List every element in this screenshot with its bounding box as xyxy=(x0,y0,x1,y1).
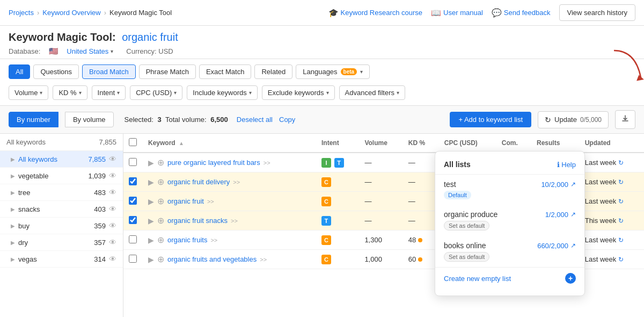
th-com[interactable]: Com. xyxy=(496,134,531,153)
by-number-button[interactable]: By number xyxy=(9,112,58,127)
volume-dropdown[interactable]: Volume ▾ xyxy=(9,85,48,100)
db-value[interactable]: United States ▾ xyxy=(67,47,113,55)
by-volume-button[interactable]: By volume xyxy=(65,112,114,127)
advanced-filters-dropdown[interactable]: Advanced filters ▾ xyxy=(339,85,406,100)
kd-dropdown[interactable]: KD % ▾ xyxy=(53,85,87,100)
th-kd[interactable]: KD % xyxy=(403,134,439,153)
refresh-icon-row[interactable]: ↻ xyxy=(618,217,624,225)
th-intent[interactable]: Intent xyxy=(316,134,359,153)
double-arrow-icon[interactable]: >> xyxy=(210,237,217,243)
eye-icon-vegetable[interactable]: 👁 xyxy=(109,171,116,180)
add-keyword-icon[interactable]: ⊕ xyxy=(157,254,164,264)
keyword-link[interactable]: organic fruits xyxy=(167,236,207,244)
th-volume[interactable]: Volume xyxy=(359,134,402,153)
add-to-keyword-list-button[interactable]: + Add to keyword list xyxy=(450,112,531,127)
refresh-icon-row[interactable]: ↻ xyxy=(618,178,624,186)
add-keyword-icon[interactable]: ⊕ xyxy=(157,196,164,206)
row-checkbox[interactable] xyxy=(129,197,137,205)
sidebar-item-buy[interactable]: ▶ buy 359 👁 xyxy=(0,218,123,234)
expand-icon[interactable]: ▶ xyxy=(148,158,154,167)
keyword-link[interactable]: organic fruit delivery xyxy=(167,178,230,186)
copy-button[interactable]: Copy xyxy=(279,116,295,124)
update-button[interactable]: ↻ Update 0/5,000 xyxy=(538,111,609,128)
eye-icon[interactable]: 👁 xyxy=(109,155,116,163)
expand-icon[interactable]: ▶ xyxy=(148,236,154,244)
tab-related[interactable]: Related xyxy=(254,64,292,79)
expand-icon[interactable]: ▶ xyxy=(148,255,154,264)
tab-all[interactable]: All xyxy=(9,64,30,79)
double-arrow-icon[interactable]: >> xyxy=(260,256,267,263)
row-checkbox[interactable] xyxy=(129,216,137,224)
double-arrow-icon[interactable]: >> xyxy=(207,198,214,205)
double-arrow-icon[interactable]: >> xyxy=(264,160,270,166)
external-link-icon: ↗ xyxy=(570,242,576,249)
breadcrumb-keyword-overview[interactable]: Keyword Overview xyxy=(42,9,100,17)
export-button[interactable] xyxy=(615,110,635,129)
sidebar-item-dry[interactable]: ▶ dry 357 👁 xyxy=(0,234,123,251)
expand-icon[interactable]: ▶ xyxy=(148,178,154,186)
sidebar-item-vegas[interactable]: ▶ vegas 314 👁 xyxy=(0,251,123,268)
list-item-test[interactable]: test 10/2,000 ↗ Default xyxy=(435,175,584,205)
tab-questions[interactable]: Questions xyxy=(33,64,79,79)
tab-exact-match[interactable]: Exact Match xyxy=(199,64,252,79)
deselect-all-button[interactable]: Deselect all xyxy=(237,116,273,124)
intent-cell: C xyxy=(316,172,359,192)
view-search-history-button[interactable]: View search history xyxy=(559,4,635,21)
row-checkbox[interactable] xyxy=(129,158,137,166)
breadcrumb-projects[interactable]: Projects xyxy=(9,9,34,17)
languages-dropdown[interactable]: Languages beta ▾ xyxy=(296,64,370,79)
refresh-icon-row[interactable]: ↻ xyxy=(618,256,624,263)
user-manual-link[interactable]: 📖 User manual xyxy=(431,8,483,18)
keyword-research-course-link[interactable]: 🎓 Keyword Research course xyxy=(328,8,422,18)
sidebar-item-all[interactable]: ▶ All keywords 7,855 👁 xyxy=(0,151,123,168)
eye-icon-vegas[interactable]: 👁 xyxy=(109,255,116,263)
eye-icon-snacks[interactable]: 👁 xyxy=(109,205,116,213)
sidebar-item-vegetable[interactable]: ▶ vegetable 1,039 👁 xyxy=(0,168,123,184)
th-updated[interactable]: Updated xyxy=(580,134,644,153)
refresh-icon-row[interactable]: ↻ xyxy=(618,198,624,205)
keyword-link[interactable]: pure organic layered fruit bars xyxy=(167,158,260,167)
add-keyword-icon[interactable]: ⊕ xyxy=(157,157,164,168)
double-arrow-icon[interactable]: >> xyxy=(231,218,238,224)
keyword-link[interactable]: organic fruit snacks xyxy=(167,217,228,225)
sidebar-item-tree[interactable]: ▶ tree 483 👁 xyxy=(0,184,123,201)
eye-icon-buy[interactable]: 👁 xyxy=(109,221,116,230)
help-link[interactable]: ℹ Help xyxy=(557,161,576,169)
intent-dropdown[interactable]: Intent ▾ xyxy=(92,85,126,100)
add-keyword-icon[interactable]: ⊕ xyxy=(157,215,164,226)
create-new-list-button[interactable]: Create new empty list + xyxy=(435,267,584,289)
list-badge-organic-produce[interactable]: Set as default xyxy=(444,221,489,230)
keyword-link[interactable]: organic fruits and vegetables xyxy=(167,255,257,263)
action-bar: By number By volume Selected: 3 Total vo… xyxy=(0,106,644,134)
kd-cell: — xyxy=(403,211,439,230)
expand-icon[interactable]: ▶ xyxy=(148,197,154,206)
eye-icon-dry[interactable]: 👁 xyxy=(109,238,116,247)
cpc-dropdown[interactable]: CPC (USD) ▾ xyxy=(130,85,182,100)
th-keyword[interactable]: Keyword ▲ xyxy=(143,134,316,153)
select-all-checkbox[interactable] xyxy=(129,138,137,146)
sidebar-item-snacks[interactable]: ▶ snacks 403 👁 xyxy=(0,201,123,218)
row-checkbox[interactable] xyxy=(129,255,137,263)
tab-phrase-match[interactable]: Phrase Match xyxy=(139,64,196,79)
th-results[interactable]: Results xyxy=(531,134,580,153)
row-checkbox[interactable] xyxy=(129,177,137,185)
list-item-books-online[interactable]: books online 660/2,000 ↗ Set as default xyxy=(435,236,584,267)
keyword-link[interactable]: organic fruit xyxy=(167,197,204,205)
expand-icon[interactable]: ▶ xyxy=(148,217,154,225)
th-cpc[interactable]: CPC (USD) xyxy=(439,134,496,153)
list-item-organic-produce[interactable]: organic produce 1/2,000 ↗ Set as default xyxy=(435,205,584,236)
add-keyword-icon[interactable]: ⊕ xyxy=(157,177,164,187)
tab-broad-match[interactable]: Broad Match xyxy=(82,64,136,79)
exclude-keywords-dropdown[interactable]: Exclude keywords ▾ xyxy=(262,85,335,100)
double-arrow-icon[interactable]: >> xyxy=(233,179,240,185)
send-feedback-link[interactable]: 💬 Send feedback xyxy=(492,8,551,18)
refresh-icon-row[interactable]: ↻ xyxy=(618,159,624,167)
add-keyword-icon[interactable]: ⊕ xyxy=(157,235,164,245)
eye-icon-tree[interactable]: 👁 xyxy=(109,188,116,197)
row-checkbox[interactable] xyxy=(129,235,137,243)
list-badge-books-online[interactable]: Set as default xyxy=(444,252,489,262)
include-keywords-dropdown[interactable]: Include keywords ▾ xyxy=(187,85,257,100)
sidebar-chevron-tree: ▶ xyxy=(11,190,15,196)
row-checkbox-cell xyxy=(123,250,143,269)
refresh-icon-row[interactable]: ↻ xyxy=(618,236,624,244)
